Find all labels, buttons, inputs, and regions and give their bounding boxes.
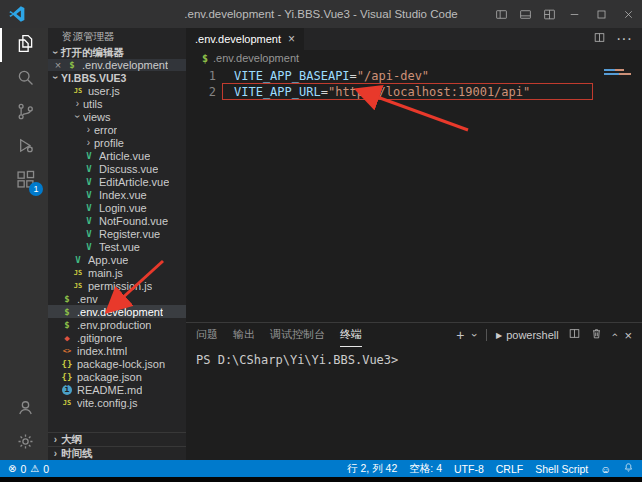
project-root-header[interactable]: › YI.BBS.VUE3: [48, 71, 186, 84]
panel-tab[interactable]: 终端: [340, 323, 362, 347]
window-title: .env.development - Yi.BBS.Vue3 - Visual …: [184, 8, 457, 20]
split-terminal-icon[interactable]: [568, 326, 581, 344]
env-var-value: "/api-dev": [357, 68, 429, 84]
activity-item-run-debug[interactable]: [0, 130, 48, 164]
file-name: permission.js: [88, 280, 152, 292]
tree-item[interactable]: ›views: [48, 110, 186, 123]
tree-item[interactable]: VIndex.vue: [48, 188, 186, 201]
tree-item[interactable]: iREADME.md: [48, 383, 186, 396]
tree-item[interactable]: JSpermission.js: [48, 279, 186, 292]
terminal[interactable]: PS D:\CSharp\Yi\Yi.BBS.Vue3>: [186, 347, 642, 460]
open-editors-header[interactable]: › 打开的编辑器: [48, 46, 186, 59]
tree-item[interactable]: $.env.production: [48, 318, 186, 331]
breadcrumb[interactable]: $ .env.development: [186, 50, 642, 66]
tree-item[interactable]: JSuser.js: [48, 84, 186, 97]
maximize-button[interactable]: [588, 0, 615, 28]
assignment-operator: =: [321, 84, 328, 100]
activity-item-settings[interactable]: [0, 426, 48, 460]
file-name: Discuss.vue: [99, 163, 158, 175]
tree-item[interactable]: JSvite.config.js: [48, 396, 186, 409]
close-panel-icon[interactable]: ×: [624, 328, 632, 343]
activity-item-search[interactable]: [0, 62, 48, 96]
activity-item-extensions[interactable]: 1: [0, 164, 48, 198]
sidebar-section[interactable]: ›时间线: [48, 446, 186, 460]
tree-item[interactable]: ›error: [48, 123, 186, 136]
code-line[interactable]: 2VITE_APP_URL="http://localhost:19001/ap…: [186, 84, 642, 100]
shell-icon: ▶: [496, 331, 502, 340]
tree-item[interactable]: $.env: [48, 292, 186, 305]
divider: [486, 329, 487, 341]
tree-item[interactable]: ◆.gitignore: [48, 331, 186, 344]
open-editor-item[interactable]: ×$.env.development: [48, 59, 186, 71]
feedback-icon[interactable]: ☺: [600, 463, 611, 475]
panel-tab[interactable]: 输出: [233, 323, 255, 347]
file-name: .env.production: [77, 319, 151, 331]
problems-status[interactable]: ⊗ 0 ⚠ 0: [0, 463, 49, 475]
env-file-icon: $: [61, 294, 73, 304]
chevron-right-icon: ›: [50, 448, 61, 459]
title-bar: .env.development - Yi.BBS.Vue3 - Visual …: [0, 0, 642, 28]
tree-item[interactable]: VRegister.vue: [48, 227, 186, 240]
env-file-icon: $: [66, 60, 78, 70]
file-name: package.json: [77, 371, 142, 383]
activity-item-source-control[interactable]: [0, 96, 48, 130]
language-mode[interactable]: Shell Script: [535, 463, 588, 475]
tree-item[interactable]: <>index.html: [48, 344, 186, 357]
editor-region: .env.development × ··· $ .env.developmen…: [186, 28, 642, 460]
indentation-status[interactable]: 空格: 4: [409, 462, 442, 476]
tree-item[interactable]: {}package-lock.json: [48, 357, 186, 370]
close-icon[interactable]: ×: [52, 59, 64, 71]
source-control-icon: [15, 101, 36, 126]
code-editor[interactable]: 1VITE_APP_BASEAPI="/api-dev"2VITE_APP_UR…: [186, 66, 642, 322]
minimap[interactable]: [604, 69, 632, 77]
tree-item[interactable]: VEditArticle.vue: [48, 175, 186, 188]
tree-item[interactable]: VTest.vue: [48, 240, 186, 253]
toggle-sidebar-icon[interactable]: [489, 0, 513, 28]
tree-item[interactable]: VApp.vue: [48, 253, 186, 266]
tab-env-development[interactable]: .env.development ×: [186, 28, 304, 50]
close-button[interactable]: [615, 0, 642, 28]
panel-tab[interactable]: 问题: [196, 323, 218, 347]
encoding-status[interactable]: UTF-8: [454, 463, 484, 475]
tree-item[interactable]: VLogin.vue: [48, 201, 186, 214]
new-terminal-icon[interactable]: +: [456, 328, 464, 342]
code-line[interactable]: 1VITE_APP_BASEAPI="/api-dev": [186, 68, 642, 84]
activity-item-account[interactable]: [0, 392, 48, 426]
panel-tab[interactable]: 调试控制台: [270, 323, 325, 347]
chevron-right-icon: ›: [50, 434, 61, 445]
git-file-icon: ◆: [61, 333, 73, 343]
folder-name: views: [83, 111, 111, 123]
minimize-button[interactable]: [561, 0, 588, 28]
tab-close-icon[interactable]: ×: [288, 32, 295, 46]
activity-item-explorer[interactable]: [0, 28, 48, 62]
tree-item[interactable]: {}package.json: [48, 370, 186, 383]
tree-item[interactable]: VArticle.vue: [48, 149, 186, 162]
folder-name: utils: [83, 98, 103, 110]
tree-item[interactable]: JSmain.js: [48, 266, 186, 279]
more-actions-icon[interactable]: ···: [616, 30, 632, 48]
activity-bar-bottom: [0, 392, 48, 460]
md-file-icon: i: [62, 385, 72, 395]
maximize-panel-icon[interactable]: ›: [608, 333, 620, 337]
tree-item[interactable]: VDiscuss.vue: [48, 162, 186, 175]
file-name: Test.vue: [99, 241, 140, 253]
eol-status[interactable]: CRLF: [496, 463, 523, 475]
sidebar-section[interactable]: ›大纲: [48, 432, 186, 446]
code-lines: 1VITE_APP_BASEAPI="/api-dev"2VITE_APP_UR…: [186, 68, 642, 100]
split-editor-icon[interactable]: [593, 30, 606, 48]
html-file-icon: <>: [61, 347, 73, 355]
notifications-icon[interactable]: [623, 462, 634, 475]
customize-layout-icon[interactable]: [537, 0, 561, 28]
toggle-panel-icon[interactable]: [513, 0, 537, 28]
folder-name: profile: [94, 137, 124, 149]
tree-item[interactable]: VNotFound.vue: [48, 214, 186, 227]
explorer-sidebar: 资源管理器 › 打开的编辑器 ×$.env.development › YI.B…: [48, 28, 186, 460]
terminal-dropdown-icon[interactable]: ›: [469, 333, 481, 337]
terminal-shell-item[interactable]: ▶ powershell: [496, 329, 559, 341]
kill-terminal-icon[interactable]: [590, 326, 603, 344]
tree-item[interactable]: ›utils: [48, 97, 186, 110]
tree-item[interactable]: ›profile: [48, 136, 186, 149]
tree-item[interactable]: $.env.development: [48, 305, 186, 318]
js-file-icon: JS: [72, 282, 84, 290]
cursor-position[interactable]: 行 2, 列 42: [347, 462, 397, 476]
